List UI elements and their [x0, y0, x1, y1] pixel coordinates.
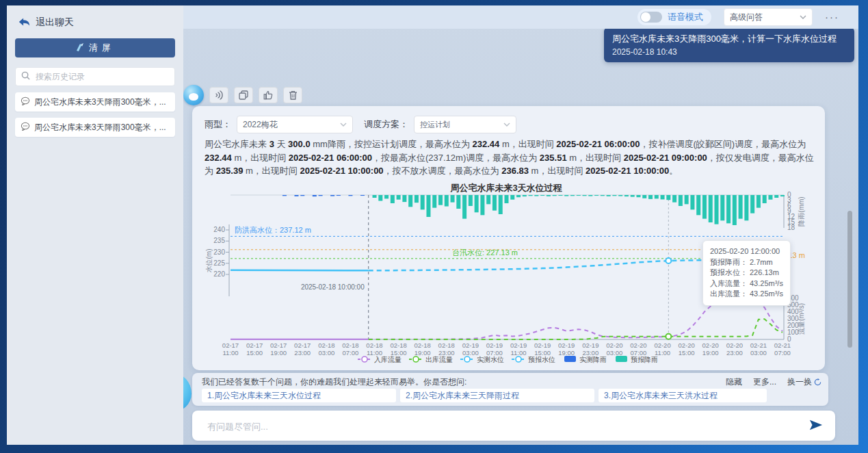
dispatch-summary-text: 周公宅水库未来 3 天 300.0 mm降雨，按控运计划调度，最高水位为 232…	[205, 138, 814, 178]
plan-label: 调度方案：	[364, 118, 408, 131]
chart-tooltip: 2025-02-20 12:00:00 预报降雨：2.7mm 预报水位：226.…	[702, 240, 791, 306]
read-aloud-button[interactable]	[209, 87, 228, 103]
thumbs-up-icon	[263, 90, 273, 100]
series-line	[369, 319, 782, 339]
send-button[interactable]	[809, 419, 823, 434]
history-search	[15, 67, 175, 86]
legend-item[interactable]	[460, 357, 474, 362]
svg-text:降雨(mm): 降雨(mm)	[798, 196, 805, 226]
legend-label: 实测降雨	[579, 356, 607, 363]
copy-button[interactable]	[234, 87, 253, 103]
history-item[interactable]: 周公宅水库未来3天降雨300毫米，...	[15, 92, 175, 112]
svg-text:03:00: 03:00	[606, 349, 622, 357]
svg-text:台汛水位: 227.13 m: 台汛水位: 227.13 m	[452, 248, 518, 257]
svg-text:02-20: 02-20	[678, 341, 694, 349]
svg-text:02-20: 02-20	[606, 341, 622, 349]
assistant-answer-card: 雨型： 2022梅花 调度方案： 控运计划 周公宅水库未来 3 天 300.0 …	[192, 106, 825, 370]
swap-suggestions-label: 换一换	[787, 376, 812, 388]
tooltip-value: 43.25m³/s	[750, 279, 783, 289]
chat-bubble-icon	[21, 122, 30, 133]
rain-type-value: 2022梅花	[243, 119, 278, 131]
user-message-text: 周公宅水库未来3天降雨300毫米，计算一下水库水位过程	[612, 33, 846, 44]
svg-text:02-21: 02-21	[774, 341, 791, 349]
plan-value: 控运计划	[420, 120, 450, 130]
suggestion-button[interactable]: 2.周公宅水库未来三天降雨过程	[400, 389, 594, 402]
legend-item[interactable]	[409, 357, 423, 362]
sound-icon	[214, 90, 224, 100]
clear-screen-label: 清屏	[89, 42, 115, 54]
refresh-icon	[814, 378, 821, 386]
svg-text:02-17: 02-17	[294, 341, 311, 349]
qa-mode-value: 高级问答	[730, 12, 763, 23]
tooltip-label: 入库流量：	[710, 279, 748, 289]
rain-bars	[373, 195, 785, 225]
history-item-label: 周公宅水库未来3天降雨300毫米，...	[34, 122, 166, 133]
legend-item[interactable]	[564, 356, 576, 362]
tooltip-label: 预报降雨：	[710, 257, 748, 268]
svg-text:流量(m³/s): 流量(m³/s)	[798, 303, 805, 335]
vertical-scrollbar[interactable]	[847, 211, 852, 348]
rain-type-select[interactable]: 2022梅花	[237, 116, 353, 133]
legend-label: 入库流量	[374, 356, 402, 363]
back-arrow-icon	[18, 17, 30, 29]
swap-suggestions-button[interactable]: 换一换	[787, 376, 821, 388]
svg-text:23:00: 23:00	[726, 349, 743, 357]
history-sidebar: 退出聊天 清屏 周公宅水库未来3天降雨300毫米，...	[7, 5, 183, 445]
trash-icon	[289, 90, 298, 100]
svg-text:18: 18	[787, 224, 795, 231]
voice-mode-label: 语音模式	[668, 11, 703, 23]
svg-text:03:00: 03:00	[750, 349, 767, 357]
suggestion-buttons: 1.周公宅水库未来三天水位过程 2.周公宅水库未来三天降雨过程 3.周公宅水库未…	[202, 389, 767, 402]
delete-button[interactable]	[283, 87, 302, 103]
svg-text:02-17: 02-17	[270, 341, 287, 349]
svg-text:水位(m): 水位(m)	[205, 249, 213, 273]
svg-text:02-19: 02-19	[462, 341, 479, 349]
legend-item[interactable]	[616, 356, 627, 362]
legend-label: 预报水位	[528, 356, 555, 363]
more-suggestions-button[interactable]: 更多...	[753, 376, 776, 388]
exit-chat-button[interactable]: 退出聊天	[18, 16, 172, 29]
suggestion-button[interactable]: 3.周公宅水库未来三天洪水过程	[599, 389, 767, 402]
plan-select[interactable]: 控运计划	[414, 116, 516, 133]
tooltip-title: 2025-02-20 12:00:00	[710, 246, 783, 257]
svg-text:周公宅水库未来3天水位过程: 周公宅水库未来3天水位过程	[449, 183, 562, 193]
tooltip-label: 预报水位：	[710, 268, 748, 279]
svg-text:02-18: 02-18	[415, 341, 431, 349]
svg-text:220: 220	[213, 270, 225, 278]
suggestions-header: 我们已经答复数千个问题，你的难题我们处理起来轻而易举。你是否想问:	[202, 376, 466, 388]
svg-text:02-20: 02-20	[726, 341, 743, 349]
svg-text:02-18: 02-18	[342, 341, 358, 349]
voice-mode-toggle-group[interactable]: 语音模式	[637, 9, 711, 25]
suggestion-button[interactable]: 1.周公宅水库未来三天水位过程	[202, 389, 396, 402]
svg-text:07:00: 07:00	[774, 349, 791, 357]
clear-screen-button[interactable]: 清屏	[15, 38, 175, 57]
voice-mode-switch[interactable]	[640, 12, 662, 23]
svg-text:11:00: 11:00	[511, 349, 527, 357]
user-message-bubble: 周公宅水库未来3天降雨300毫米，计算一下水库水位过程 2025-02-18 1…	[604, 27, 854, 62]
message-input[interactable]	[206, 411, 797, 442]
legend-item[interactable]	[512, 357, 525, 362]
chart-controls: 雨型： 2022梅花 调度方案： 控运计划	[205, 116, 516, 133]
svg-text:02-20: 02-20	[654, 341, 670, 349]
brush-icon	[75, 42, 85, 54]
send-icon	[809, 419, 823, 431]
history-item[interactable]: 周公宅水库未来3天降雨300毫米，...	[15, 118, 175, 137]
svg-text:02-19: 02-19	[510, 341, 527, 349]
tooltip-value: 226.13m	[750, 268, 779, 279]
chevron-down-icon	[503, 122, 510, 127]
svg-text:02-19: 02-19	[534, 341, 551, 349]
svg-text:02-18: 02-18	[318, 341, 334, 349]
svg-text:02-19: 02-19	[558, 341, 575, 349]
copy-icon	[239, 90, 248, 100]
assistant-message-toolbar	[183, 85, 302, 105]
thumbs-up-button[interactable]	[259, 87, 278, 103]
hide-suggestions-button[interactable]: 隐藏	[726, 376, 742, 388]
suggestions-panel: 我们已经答复数千个问题，你的难题我们处理起来轻而易举。你是否想问: 隐藏 更多.…	[192, 373, 828, 406]
tooltip-value: 43.25m³/s	[750, 289, 783, 300]
search-input[interactable]	[34, 71, 169, 82]
svg-text:11:00: 11:00	[222, 349, 238, 357]
more-menu-button[interactable]: ···	[825, 14, 839, 21]
legend-item[interactable]	[358, 357, 371, 362]
qa-mode-select[interactable]: 高级问答	[724, 8, 813, 26]
user-message-time: 2025-02-18 10:43	[612, 47, 846, 57]
